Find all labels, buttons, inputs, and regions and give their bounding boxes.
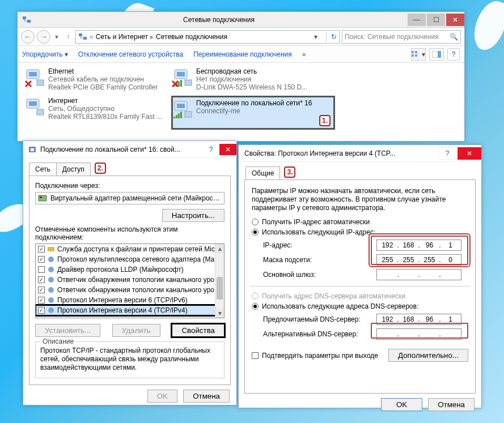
search-icon: 🔍	[450, 33, 458, 41]
protocol-icon	[47, 286, 55, 294]
minimize-button[interactable]: —	[408, 14, 426, 26]
forward-button[interactable]: →	[37, 30, 50, 44]
tab-body: Подключение через: Виртуальный адаптер р…	[29, 176, 231, 385]
ok-button[interactable]: OK	[381, 398, 422, 411]
ip-address-input[interactable]: 192.168.96.1	[376, 240, 461, 251]
connection-item-internet[interactable]: Интернет Сеть, Общедоступно Realtek RTL8…	[24, 97, 163, 122]
alternate-dns-label: Альтернативный DNS-сервер:	[263, 330, 376, 338]
list-item[interactable]: Драйвер протокола LLDP (Майкрософт)	[36, 264, 224, 275]
ok-button[interactable]: OK	[147, 390, 177, 403]
up-button[interactable]: ↑	[63, 32, 73, 42]
view-icons-button[interactable]: ▾	[411, 48, 426, 61]
close-button[interactable]: ✕	[219, 144, 236, 155]
help-button[interactable]: ?	[438, 147, 456, 160]
components-listbox[interactable]: Служба доступа к файлам и принтерам сете…	[35, 243, 225, 318]
svg-point-31	[48, 257, 54, 262]
preferred-dns-input[interactable]: 192.168.96.1	[376, 314, 461, 325]
scroll-thumb[interactable]	[217, 277, 223, 300]
radio-icon	[252, 293, 259, 300]
more-cmd[interactable]: »	[302, 50, 306, 58]
validate-on-exit-checkbox[interactable]: Подтвердить параметры при выходе Дополни…	[252, 349, 468, 362]
protocol-icon	[47, 276, 55, 284]
connection-device: Realtek RTL8139/810x Family Fast ...	[48, 113, 162, 121]
svg-rect-11	[29, 72, 37, 76]
checkbox[interactable]	[38, 297, 45, 304]
list-item[interactable]: Служба доступа к файлам и принтерам сете…	[36, 244, 224, 254]
preview-pane-button[interactable]	[429, 48, 444, 61]
wifi-adapter-icon	[172, 67, 193, 88]
search-input[interactable]: Поиск: Сетевые подключения 🔍	[342, 30, 461, 44]
connection-device: Realtek PCIe GBE Family Controller	[48, 83, 158, 91]
checkbox[interactable]	[38, 256, 45, 263]
cancel-button[interactable]: Отмена	[183, 390, 230, 403]
tab-general[interactable]: Общие	[245, 166, 280, 180]
breadcrumb-item[interactable]: Сеть и Интернет	[96, 33, 148, 41]
checkbox[interactable]	[38, 307, 45, 314]
refresh-icon[interactable]: ↻	[331, 33, 337, 41]
checkbox[interactable]	[38, 287, 45, 293]
connection-item-ethernet[interactable]: Ethernet Сетевой кабель не подключен Rea…	[24, 67, 163, 92]
connection-item-local-16[interactable]: Подключение по локальной сети* 16 Connec…	[172, 97, 334, 129]
alternate-dns-input[interactable]: ...	[376, 328, 461, 340]
protocol-icon	[47, 266, 55, 274]
radio-auto-ip[interactable]: Получить IP-адрес автоматически	[252, 218, 468, 226]
advanced-button[interactable]: Дополнительно...	[388, 349, 468, 362]
svg-rect-9	[438, 51, 441, 58]
annotation-marker-1: 1.	[319, 115, 331, 126]
cancel-button[interactable]: Отмена	[428, 398, 475, 411]
titlebar[interactable]: Свойства: Протокол Интернета версии 4 (T…	[239, 145, 481, 162]
connection-item-wifi[interactable]: Беспроводная сеть Нет подключения D-Link…	[172, 67, 311, 92]
tab-access[interactable]: Доступ	[56, 163, 91, 176]
svg-rect-2	[79, 33, 82, 36]
list-item[interactable]: Протокол Интернета версии 6 (TCP/IPv6)	[36, 295, 224, 305]
titlebar[interactable]: Сетевые подключения — ☐ ✕	[18, 12, 464, 28]
svg-rect-12	[37, 80, 44, 86]
scroll-down-icon[interactable]: ▾	[215, 309, 224, 318]
radio-use-dns[interactable]: Использовать следующие адреса DNS-сервер…	[252, 302, 468, 310]
adapter-combobox[interactable]: Виртуальный адаптер размещенной сети (Ма…	[35, 192, 225, 204]
intro-text: Параметры IP можно назначать автоматичес…	[252, 187, 468, 212]
scrollbar[interactable]: ▴ ▾	[215, 244, 224, 318]
help-button[interactable]: ?	[447, 48, 460, 61]
list-item[interactable]: Ответчик обнаружения топологии канальног…	[36, 285, 224, 295]
scroll-up-icon[interactable]: ▴	[215, 244, 224, 253]
configure-button[interactable]: Настроить...	[162, 209, 225, 222]
checkbox[interactable]	[38, 266, 45, 273]
network-icon	[22, 15, 31, 24]
properties-button[interactable]: Свойства	[172, 324, 225, 337]
service-icon	[47, 245, 55, 253]
components-label: Отмеченные компоненты используются этим …	[35, 225, 225, 241]
breadcrumb-item[interactable]: Сетевые подключения	[156, 33, 227, 41]
window-title: Свойства: Протокол Интернета версии 4 (T…	[239, 149, 438, 157]
svg-rect-7	[415, 54, 417, 57]
tab-network[interactable]: Сеть	[29, 163, 57, 176]
organize-menu[interactable]: Упорядочить	[22, 50, 68, 58]
checkbox[interactable]	[252, 352, 259, 359]
disable-device-cmd[interactable]: Отключение сетевого устройства	[78, 50, 183, 58]
help-button[interactable]: ?	[205, 144, 217, 155]
close-button[interactable]: ✕	[446, 14, 464, 26]
radio-use-ip[interactable]: Использовать следующий IP-адрес:	[252, 228, 468, 236]
subnet-mask-input[interactable]: 255.255.255.0	[376, 254, 461, 266]
radio-auto-dns[interactable]: Получить адрес DNS-сервера автоматически	[252, 292, 468, 300]
list-item[interactable]: Протокол мультиплексора сетевого адаптер…	[36, 254, 224, 264]
close-button[interactable]: ✕	[458, 147, 481, 160]
gateway-input[interactable]: ...	[376, 269, 461, 280]
breadcrumb[interactable]: « Сеть и Интернет ▸ Сетевые подключения …	[75, 30, 340, 44]
list-item-tcpipv4[interactable]: Протокол Интернета версии 4 (TCP/IPv4)	[36, 305, 224, 315]
titlebar[interactable]: Подключение по локальной сети* 16: свой.…	[23, 141, 236, 158]
checkbox[interactable]	[38, 276, 45, 283]
history-dropdown[interactable]: ▾	[53, 33, 61, 41]
rename-connection-cmd[interactable]: Переименование подключения	[193, 50, 292, 58]
list-item[interactable]: Ответчик обнаружения топологии канальног…	[36, 275, 224, 285]
nic-icon	[38, 194, 47, 202]
svg-point-36	[48, 307, 54, 313]
install-button[interactable]: Установить...	[35, 324, 100, 337]
preferred-dns-label: Предпочитаемый DNS-сервер:	[263, 315, 376, 323]
breadcrumb-dropdown[interactable]: ▾	[314, 33, 320, 41]
description-group: Описание Протокол TCP/IP - стандартный п…	[35, 341, 225, 378]
maximize-button[interactable]: ☐	[427, 14, 445, 26]
back-button[interactable]: ←	[21, 30, 35, 44]
checkbox[interactable]	[38, 246, 45, 253]
uninstall-button[interactable]: Удалить	[112, 324, 160, 337]
